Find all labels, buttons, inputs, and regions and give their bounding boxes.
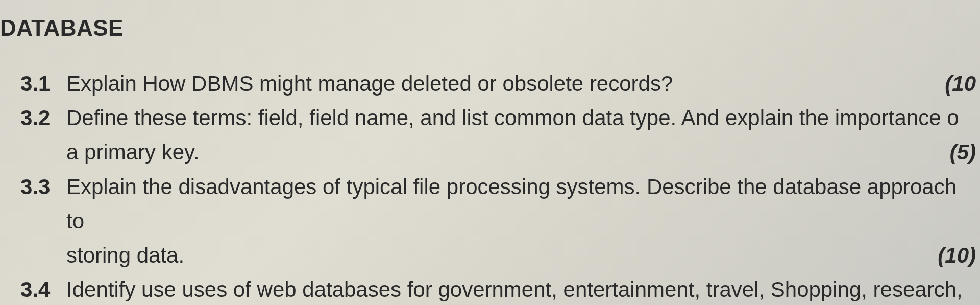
question-marks: (10 <box>935 72 980 96</box>
question-text: storing data. <box>66 238 184 272</box>
question-text: Identify use uses of web databases for g… <box>66 272 963 305</box>
section-heading: DATABASE <box>0 15 980 41</box>
question-left: 3.2 Define these terms: field, field nam… <box>20 101 966 135</box>
question-text: a primary key. <box>66 135 200 169</box>
question-left: a primary key. <box>20 135 940 169</box>
question-left: 3.3 Explain the disadvantages of typical… <box>20 170 966 238</box>
question-number: 3.4 <box>20 277 66 302</box>
question-number: 3.2 <box>20 106 66 130</box>
question-number: 3.3 <box>20 175 66 199</box>
question-text: Explain How DBMS might manage deleted or… <box>66 66 673 101</box>
question-row: 3.4 Identify use uses of web databases f… <box>0 272 980 305</box>
question-continuation: storing data. (10) <box>0 238 980 272</box>
question-row: 3.1 Explain How DBMS might manage delete… <box>0 66 980 101</box>
question-left: 3.4 Identify use uses of web databases f… <box>20 272 966 305</box>
question-marks: (10) <box>927 243 980 268</box>
question-left: 3.1 Explain How DBMS might manage delete… <box>20 66 935 101</box>
question-text: Explain the disadvantages of typical fil… <box>66 170 966 238</box>
question-marks: (5) <box>940 140 980 165</box>
question-left: storing data. <box>20 238 927 272</box>
question-row: 3.3 Explain the disadvantages of typical… <box>0 170 980 238</box>
question-row: 3.2 Define these terms: field, field nam… <box>0 101 980 135</box>
question-continuation: a primary key. (5) <box>0 135 980 169</box>
document-page: DATABASE 3.1 Explain How DBMS might mana… <box>0 0 980 305</box>
question-number: 3.1 <box>20 72 66 96</box>
question-text: Define these terms: field, field name, a… <box>66 101 959 135</box>
